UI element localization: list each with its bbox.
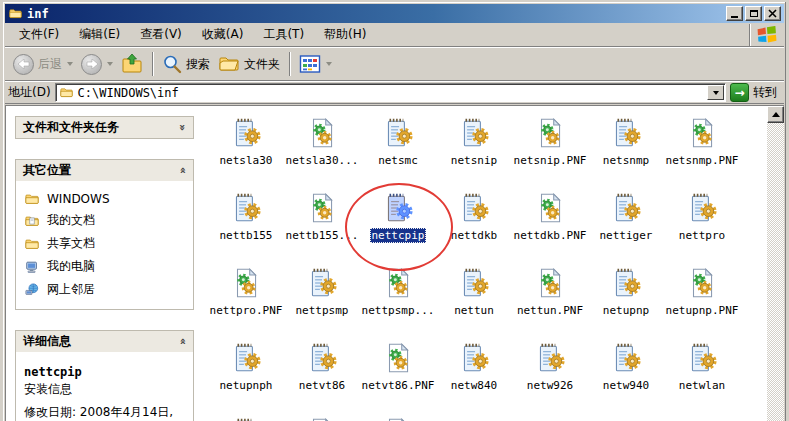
forward-button[interactable] — [78, 52, 116, 77]
sidebar-item-windows[interactable]: WINDOWS — [24, 189, 189, 209]
back-label: 后退 — [38, 56, 62, 73]
network-places-icon — [24, 283, 40, 297]
file-icon — [533, 116, 567, 150]
chevron-up-icon: » — [177, 167, 188, 174]
file-label: nettb155 — [218, 228, 275, 243]
menu-favorites[interactable]: 收藏(A) — [192, 23, 254, 47]
menu-help[interactable]: 帮助(H) — [314, 23, 376, 47]
file-label: netsnmp — [601, 153, 651, 168]
address-input[interactable]: C:\WINDOWS\inf — [55, 83, 726, 102]
file-icon — [609, 116, 643, 150]
back-button[interactable]: 后退 — [10, 52, 76, 77]
search-button[interactable]: 搜索 — [159, 52, 213, 76]
my-computer-icon — [24, 260, 40, 274]
file-icon — [457, 341, 491, 375]
file-label: netvt86.PNF — [360, 378, 437, 393]
file-icon — [457, 266, 491, 300]
file-item[interactable]: netupnp — [588, 266, 664, 341]
file-item[interactable]: nettb155 — [208, 191, 284, 266]
file-item[interactable]: netsmc — [360, 116, 436, 191]
file-item[interactable] — [284, 416, 360, 421]
address-path: C:\WINDOWS\inf — [78, 86, 707, 100]
file-item[interactable]: nettdkb — [436, 191, 512, 266]
go-button[interactable]: → 转到 — [730, 83, 781, 102]
file-item[interactable]: nettiger — [588, 191, 664, 266]
forward-dropdown-icon[interactable] — [107, 62, 113, 66]
panel-file-tasks: 文件和文件夹任务 » — [15, 116, 194, 139]
views-button[interactable] — [296, 52, 335, 76]
up-button[interactable] — [118, 51, 146, 77]
file-icon — [305, 266, 339, 300]
file-item[interactable]: netsla30... — [284, 116, 360, 191]
sidebar-item-shared-documents[interactable]: 共享文档 — [24, 232, 189, 255]
menu-file[interactable]: 文件(F) — [9, 23, 69, 47]
file-icon — [381, 116, 415, 150]
sidebar-item-my-documents[interactable]: 我的文档 — [24, 209, 189, 232]
views-dropdown-icon[interactable] — [326, 62, 332, 66]
address-dropdown-button[interactable] — [707, 85, 724, 100]
file-icon — [685, 341, 719, 375]
place-label: 我的电脑 — [47, 258, 95, 275]
file-label: netupnph — [218, 378, 275, 393]
file-item[interactable]: nettpsmp... — [360, 266, 436, 341]
address-folder-icon — [59, 86, 74, 99]
menu-edit[interactable]: 编辑(E) — [69, 23, 130, 47]
file-icon — [457, 191, 491, 225]
scroll-up-button[interactable] — [767, 106, 784, 123]
file-item[interactable]: nettpro.PNF — [208, 266, 284, 341]
file-icon — [229, 191, 263, 225]
file-icon — [381, 341, 415, 375]
vertical-scrollbar[interactable] — [767, 106, 784, 421]
close-icon — [768, 9, 777, 18]
file-icon — [609, 191, 643, 225]
file-item[interactable]: netvt86.PNF — [360, 341, 436, 416]
sidebar-item-network-places[interactable]: 网上邻居 — [24, 278, 189, 301]
details-body: nettcpip 安装信息 修改日期: 2008年4月14日, 20:00 大小… — [16, 352, 193, 421]
menu-tools[interactable]: 工具(T) — [253, 23, 314, 47]
details-header[interactable]: 详细信息 » — [16, 331, 193, 352]
folders-button[interactable]: 文件夹 — [215, 52, 283, 76]
file-item[interactable]: nettpro — [664, 191, 740, 266]
file-item[interactable]: nettun.PNF — [512, 266, 588, 341]
other-places-header[interactable]: 其它位置 » — [16, 160, 193, 181]
file-item[interactable]: nettdkb.PNF — [512, 191, 588, 266]
sidebar-item-my-computer[interactable]: 我的电脑 — [24, 255, 189, 278]
file-item[interactable]: netwlan — [664, 341, 740, 416]
file-icon — [305, 116, 339, 150]
file-item[interactable]: netsnmp — [588, 116, 664, 191]
minimize-icon — [731, 16, 738, 18]
titlebar[interactable]: inf — [5, 4, 784, 23]
file-item[interactable]: netvt86 — [284, 341, 360, 416]
search-icon — [162, 54, 182, 74]
file-item[interactable]: netupnp.PNF — [664, 266, 740, 341]
file-item[interactable]: nettcpip — [360, 191, 436, 266]
file-tasks-header[interactable]: 文件和文件夹任务 » — [16, 117, 193, 138]
file-item[interactable]: netw840 — [436, 341, 512, 416]
my-documents-icon — [24, 214, 40, 228]
scrollbar-track[interactable] — [767, 123, 784, 421]
place-label: 网上邻居 — [47, 281, 95, 298]
file-item[interactable]: netsnip.PNF — [512, 116, 588, 191]
file-label: netupnp — [601, 303, 651, 318]
file-item[interactable] — [208, 416, 284, 421]
file-item[interactable]: nettpsmp — [284, 266, 360, 341]
minimize-button[interactable] — [726, 6, 743, 21]
file-item[interactable]: netw926 — [512, 341, 588, 416]
other-places-title: 其它位置 — [23, 162, 71, 179]
address-label: 地址(D) — [8, 84, 51, 101]
file-label: netw840 — [449, 378, 499, 393]
file-item[interactable]: nettb155... — [284, 191, 360, 266]
file-item[interactable]: netsnip — [436, 116, 512, 191]
maximize-button[interactable] — [745, 6, 762, 21]
file-item[interactable]: netw940 — [588, 341, 664, 416]
file-item[interactable]: netupnph — [208, 341, 284, 416]
file-item[interactable]: netsla30 — [208, 116, 284, 191]
back-dropdown-icon[interactable] — [67, 62, 73, 66]
file-item[interactable] — [360, 416, 436, 421]
menu-view[interactable]: 查看(V) — [130, 23, 192, 47]
file-item[interactable]: netsnmp.PNF — [664, 116, 740, 191]
close-button[interactable] — [764, 6, 781, 21]
views-icon — [299, 54, 321, 74]
file-item[interactable]: nettun — [436, 266, 512, 341]
file-label: netw926 — [525, 378, 575, 393]
